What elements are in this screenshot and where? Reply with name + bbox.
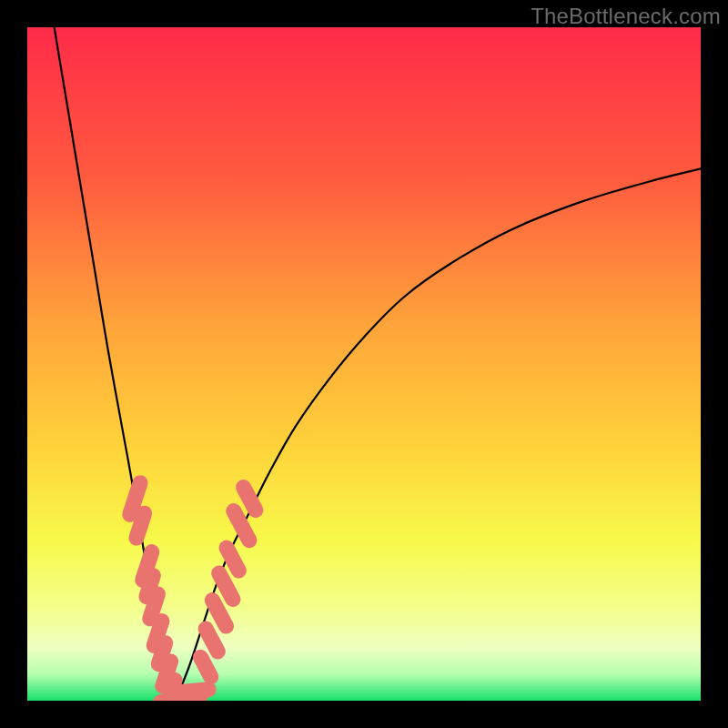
watermark-text: TheBottleneck.com bbox=[531, 4, 721, 29]
data-marker bbox=[136, 513, 145, 538]
data-marker bbox=[200, 657, 210, 676]
bottleneck-chart bbox=[27, 27, 701, 701]
data-marker bbox=[227, 548, 238, 571]
gradient-background bbox=[27, 27, 701, 701]
data-marker bbox=[244, 488, 256, 511]
data-marker bbox=[206, 629, 217, 652]
data-marker bbox=[150, 594, 158, 619]
chart-frame bbox=[27, 27, 701, 701]
data-marker bbox=[183, 690, 208, 692]
